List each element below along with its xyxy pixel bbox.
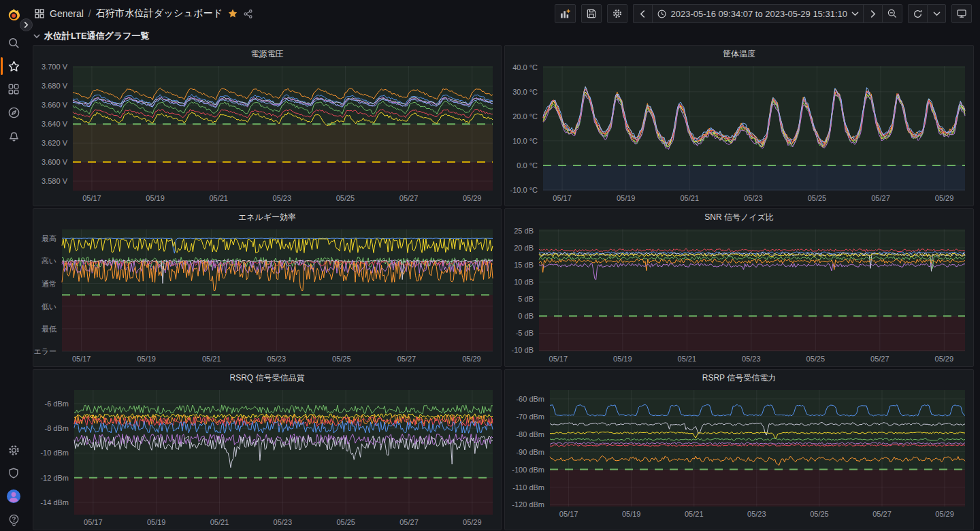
- search-icon: [7, 37, 20, 50]
- sidebar-item-starred[interactable]: [0, 54, 27, 78]
- breadcrumb: General / 石狩市水位計ダッシュボード: [34, 7, 253, 20]
- dashboard-settings-button[interactable]: [607, 4, 627, 23]
- svg-text:最低: 最低: [42, 325, 56, 333]
- panel-power-voltage: 電源電圧 3.700 V3.680 V3.660 V3.640 V3.620 V…: [33, 45, 502, 206]
- panel-title[interactable]: SNR 信号ノイズ比: [505, 209, 973, 225]
- sidebar-item-help[interactable]: [0, 508, 27, 531]
- sidebar-item-alerting[interactable]: [0, 124, 27, 147]
- svg-text:-5 dB: -5 dB: [516, 329, 534, 337]
- dashboard-title[interactable]: 石狩市水位計ダッシュボード: [96, 7, 223, 20]
- chart-enclosure-temperature[interactable]: 40.0 °C30.0 °C20.0 °C10.0 °C0.0 °C-10.0 …: [505, 62, 973, 206]
- svg-text:05/17: 05/17: [72, 355, 91, 363]
- svg-text:-14 dBm: -14 dBm: [40, 498, 69, 506]
- svg-text:05/25: 05/25: [806, 355, 826, 363]
- svg-text:05/23: 05/23: [267, 355, 287, 363]
- breadcrumb-section[interactable]: General: [50, 8, 84, 19]
- svg-text:05/29: 05/29: [935, 194, 954, 202]
- svg-text:-100 dBm: -100 dBm: [512, 466, 544, 474]
- svg-text:0 dB: 0 dB: [518, 312, 534, 320]
- sidebar-item-server-admin[interactable]: [0, 462, 27, 485]
- time-controls: 2023-05-16 09:34:07 to 2023-05-29 15:31:…: [633, 4, 903, 23]
- time-range-back-button[interactable]: [633, 4, 652, 23]
- svg-text:05/21: 05/21: [202, 355, 221, 363]
- panel-title[interactable]: 電源電圧: [33, 46, 501, 62]
- breadcrumb-separator: /: [88, 8, 91, 19]
- panel-rsrp: RSRP 信号受信電力 -60 dBm-70 dBm-80 dBm-90 dBm…: [504, 369, 974, 530]
- refresh-controls: [908, 4, 946, 23]
- svg-text:5 dB: 5 dB: [518, 295, 534, 303]
- svg-text:3.660 V: 3.660 V: [42, 101, 68, 109]
- add-panel-button[interactable]: [555, 4, 576, 23]
- avatar: [6, 489, 21, 504]
- svg-text:05/23: 05/23: [273, 194, 292, 202]
- svg-text:05/21: 05/21: [210, 518, 229, 526]
- svg-text:10 dB: 10 dB: [514, 278, 534, 286]
- svg-text:05/23: 05/23: [742, 355, 761, 363]
- panel-title[interactable]: RSRQ 信号受信品質: [33, 370, 501, 386]
- zoom-out-button[interactable]: [882, 4, 902, 23]
- chart-snr[interactable]: 25 dB20 dB15 dB10 dB5 dB0 dB-5 dB-10 dB0…: [505, 225, 973, 366]
- svg-text:05/19: 05/19: [622, 510, 641, 518]
- compass-icon: [7, 106, 20, 119]
- svg-text:-6 dBm: -6 dBm: [45, 400, 69, 408]
- svg-text:-10 dBm: -10 dBm: [40, 449, 69, 457]
- panel-energy-efficiency: エネルギー効率 最高高い通常低い最低エラー05/1705/1905/2105/2…: [33, 208, 502, 367]
- chart-power-voltage[interactable]: 3.700 V3.680 V3.660 V3.640 V3.620 V3.600…: [33, 62, 501, 206]
- clock-icon: [657, 9, 667, 19]
- svg-text:05/17: 05/17: [559, 510, 578, 518]
- row-header-lte-graphs[interactable]: 水位計LTE通信グラフ一覧: [27, 27, 980, 45]
- share-icon[interactable]: [243, 9, 253, 19]
- sidebar-item-explore[interactable]: [0, 101, 27, 124]
- svg-text:最高: 最高: [42, 234, 56, 242]
- sidebar-item-dashboards[interactable]: [0, 78, 27, 101]
- svg-text:10.0 °C: 10.0 °C: [512, 137, 538, 145]
- svg-text:-110 dBm: -110 dBm: [512, 483, 544, 492]
- svg-text:3.600 V: 3.600 V: [42, 158, 68, 166]
- row-title: 水位計LTE通信グラフ一覧: [44, 30, 150, 42]
- refresh-interval-dropdown[interactable]: [927, 4, 946, 23]
- save-dashboard-button[interactable]: [581, 4, 602, 23]
- chart-rsrq[interactable]: -6 dBm-8 dBm-10 dBm-12 dBm-14 dBm05/1705…: [33, 386, 501, 530]
- svg-text:05/21: 05/21: [680, 194, 699, 202]
- svg-text:-70 dBm: -70 dBm: [516, 413, 544, 421]
- svg-text:05/23: 05/23: [744, 194, 763, 202]
- svg-text:05/21: 05/21: [209, 194, 228, 202]
- panel-title[interactable]: RSRP 信号受信電力: [505, 370, 973, 386]
- svg-text:05/29: 05/29: [462, 355, 481, 363]
- svg-text:-80 dBm: -80 dBm: [516, 430, 544, 438]
- svg-text:05/27: 05/27: [871, 194, 890, 202]
- panel-rsrq: RSRQ 信号受信品質 -6 dBm-8 dBm-10 dBm-12 dBm-1…: [33, 369, 502, 530]
- time-range-forward-button[interactable]: [863, 4, 882, 23]
- time-range-text: 2023-05-16 09:34:07 to 2023-05-29 15:31:…: [671, 9, 848, 19]
- sidebar-item-profile[interactable]: [0, 485, 27, 508]
- panel-title[interactable]: エネルギー効率: [33, 209, 501, 225]
- svg-text:05/17: 05/17: [549, 355, 568, 363]
- svg-text:05/23: 05/23: [274, 518, 293, 526]
- svg-text:05/19: 05/19: [613, 355, 632, 363]
- help-icon: [7, 513, 20, 526]
- chart-rsrp[interactable]: -60 dBm-70 dBm-80 dBm-90 dBm-100 dBm-110…: [505, 386, 973, 530]
- kiosk-mode-button[interactable]: [951, 4, 972, 23]
- panel-grid: 電源電圧 3.700 V3.680 V3.660 V3.640 V3.620 V…: [27, 45, 980, 531]
- expand-sidebar-button[interactable]: [20, 18, 33, 31]
- favorite-star-icon[interactable]: [227, 8, 238, 19]
- svg-text:05/27: 05/27: [870, 355, 889, 363]
- svg-text:30.0 °C: 30.0 °C: [512, 88, 538, 96]
- svg-text:40.0 °C: 40.0 °C: [512, 63, 538, 71]
- sidebar-item-configuration[interactable]: [0, 438, 27, 462]
- time-range-picker[interactable]: 2023-05-16 09:34:07 to 2023-05-29 15:31:…: [652, 4, 864, 23]
- svg-text:0.0 °C: 0.0 °C: [517, 161, 538, 170]
- svg-text:05/25: 05/25: [808, 194, 827, 202]
- sidebar-item-search[interactable]: [0, 31, 27, 54]
- svg-text:3.580 V: 3.580 V: [42, 177, 68, 185]
- svg-text:3.680 V: 3.680 V: [42, 82, 68, 90]
- chevron-down-icon: [33, 33, 40, 39]
- svg-text:05/17: 05/17: [82, 194, 101, 202]
- svg-text:05/27: 05/27: [399, 518, 419, 526]
- chart-energy-efficiency[interactable]: 最高高い通常低い最低エラー05/1705/1905/2105/2305/2505…: [33, 225, 501, 366]
- svg-text:05/27: 05/27: [397, 355, 416, 363]
- panel-title[interactable]: 筐体温度: [505, 46, 973, 62]
- svg-text:3.640 V: 3.640 V: [42, 120, 68, 128]
- svg-text:15 dB: 15 dB: [514, 261, 534, 269]
- refresh-button[interactable]: [908, 4, 927, 23]
